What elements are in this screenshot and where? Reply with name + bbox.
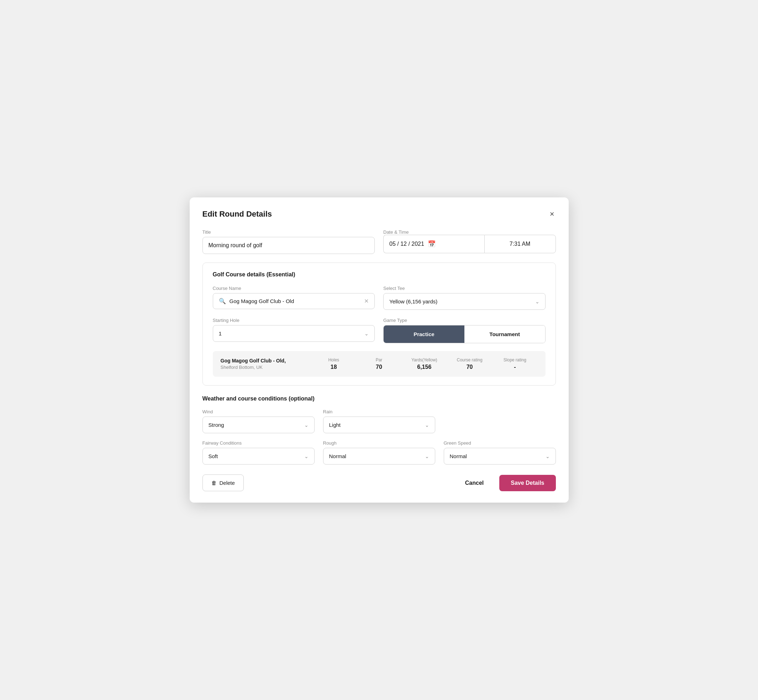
tournament-button[interactable]: Tournament [464,325,545,343]
course-info-name: Gog Magog Golf Club - Old, Shelford Bott… [221,358,312,370]
datetime-label: Date & Time [383,230,556,235]
golf-course-section: Golf Course details (Essential) Course N… [202,262,556,386]
course-rating-value: 70 [447,364,492,370]
par-value: 70 [356,364,401,370]
chevron-down-icon: ⌄ [535,299,539,305]
green-speed-field: Green Speed Normal ⌄ [444,441,556,464]
game-type-toggle: Practice Tournament [383,325,545,343]
fairway-label: Fairway Conditions [202,441,315,446]
green-speed-value: Normal [450,453,467,459]
date-input[interactable]: 05 / 12 / 2021 📅 [383,235,484,253]
starting-hole-label: Starting Hole [213,318,375,323]
rough-label: Rough [323,441,435,446]
slope-rating-value: - [492,364,537,370]
course-tee-row: Course Name 🔍 ✕ Select Tee Yellow (6,156… [213,286,545,310]
holes-value: 18 [311,364,356,370]
trash-icon: 🗑 [211,480,217,486]
chevron-down-icon-4: ⌄ [425,422,429,428]
chevron-down-icon-7: ⌄ [545,453,550,459]
course-rating-label: Course rating [447,358,492,362]
rain-dropdown[interactable]: Light ⌄ [323,417,435,433]
course-info-name-text: Gog Magog Golf Club - Old, [221,358,312,364]
datetime-field-group: Date & Time 05 / 12 / 2021 📅 7:31 AM [383,230,556,253]
wind-label: Wind [202,409,315,414]
starting-hole-dropdown[interactable]: 1 ⌄ [213,325,375,342]
footer-right: Cancel Save Details [458,475,556,491]
wind-rain-row: Wind Strong ⌄ Rain Light ⌄ [202,409,556,433]
title-field-group: Title [202,230,375,254]
cancel-button[interactable]: Cancel [458,475,491,491]
search-icon: 🔍 [219,298,226,305]
modal-title: Edit Round Details [202,209,272,219]
hole-gametype-row: Starting Hole 1 ⌄ Game Type Practice Tou… [213,318,545,343]
course-info-location: Shelford Bottom, UK [221,364,312,370]
rough-value: Normal [329,453,346,459]
footer-row: 🗑 Delete Cancel Save Details [202,475,556,491]
practice-button[interactable]: Practice [384,325,464,343]
holes-label: Holes [311,358,356,362]
delete-label: Delete [219,480,235,486]
yards-label: Yards(Yellow) [402,358,447,362]
starting-hole-group: Starting Hole 1 ⌄ [213,318,375,343]
close-button[interactable]: × [548,209,556,219]
chevron-down-icon-5: ⌄ [304,453,309,459]
course-info-row: Gog Magog Golf Club - Old, Shelford Bott… [213,351,545,377]
wind-dropdown[interactable]: Strong ⌄ [202,417,315,433]
course-search-wrapper[interactable]: 🔍 ✕ [213,293,375,309]
yards-stat: Yards(Yellow) 6,156 [402,358,447,370]
rain-field: Rain Light ⌄ [323,409,435,433]
yards-value: 6,156 [402,364,447,370]
course-rating-stat: Course rating 70 [447,358,492,370]
select-tee-label: Select Tee [383,286,545,291]
game-type-group: Game Type Practice Tournament [383,318,545,343]
weather-section-title: Weather and course conditions (optional) [202,395,556,402]
course-name-group: Course Name 🔍 ✕ [213,286,375,310]
golf-course-section-title: Golf Course details (Essential) [213,271,545,278]
save-button[interactable]: Save Details [499,475,556,491]
holes-stat: Holes 18 [311,358,356,370]
select-tee-value: Yellow (6,156 yards) [389,298,437,305]
wind-field: Wind Strong ⌄ [202,409,315,433]
chevron-down-icon-2: ⌄ [365,331,369,336]
calendar-icon: 📅 [428,240,435,248]
slope-rating-label: Slope rating [492,358,537,362]
weather-section: Weather and course conditions (optional)… [202,395,556,464]
date-value: 05 / 12 / 2021 [389,241,424,247]
green-speed-dropdown[interactable]: Normal ⌄ [444,448,556,464]
par-stat: Par 70 [356,358,401,370]
green-speed-label: Green Speed [444,441,556,446]
title-input[interactable] [202,237,375,254]
top-fields-row: Title Date & Time 05 / 12 / 2021 📅 7:31 … [202,230,556,254]
rough-field: Rough Normal ⌄ [323,441,435,464]
time-value: 7:31 AM [510,241,531,247]
slope-rating-stat: Slope rating - [492,358,537,370]
modal-header: Edit Round Details × [202,209,556,219]
time-input[interactable]: 7:31 AM [484,235,556,253]
starting-hole-value: 1 [219,330,222,336]
course-name-label: Course Name [213,286,375,291]
fairway-dropdown[interactable]: Soft ⌄ [202,448,315,464]
rain-value: Light [329,422,341,428]
clear-icon[interactable]: ✕ [364,298,369,305]
chevron-down-icon-6: ⌄ [425,453,429,459]
par-label: Par [356,358,401,362]
game-type-label: Game Type [383,318,545,323]
title-label: Title [202,230,375,235]
fairway-field: Fairway Conditions Soft ⌄ [202,441,315,464]
fairway-value: Soft [208,453,218,459]
wind-value: Strong [208,422,224,428]
delete-button[interactable]: 🗑 Delete [202,475,244,491]
chevron-down-icon-3: ⌄ [304,422,309,428]
conditions-row: Fairway Conditions Soft ⌄ Rough Normal ⌄… [202,441,556,464]
course-name-input[interactable] [230,298,361,304]
rough-dropdown[interactable]: Normal ⌄ [323,448,435,464]
edit-round-modal: Edit Round Details × Title Date & Time 0… [190,197,568,503]
select-tee-dropdown[interactable]: Yellow (6,156 yards) ⌄ [383,293,545,310]
rain-label: Rain [323,409,435,414]
select-tee-group: Select Tee Yellow (6,156 yards) ⌄ [383,286,545,310]
